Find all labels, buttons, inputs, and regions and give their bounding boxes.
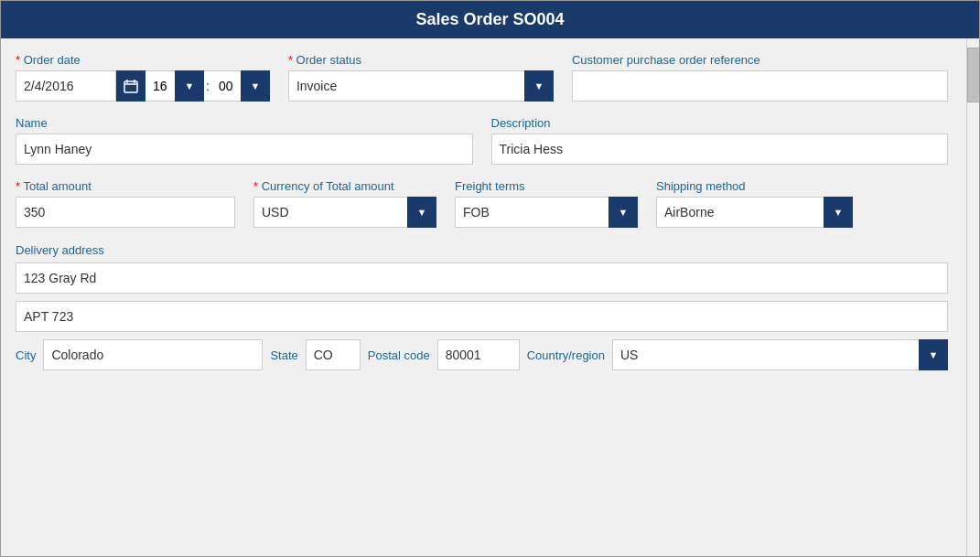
description-input[interactable] <box>491 134 949 165</box>
calendar-icon <box>124 79 138 93</box>
freight-group: Freight terms FOB CIF EXW DDP <box>455 179 638 228</box>
hour-wrapper: 16 <box>145 70 204 102</box>
delivery-label: Delivery address <box>16 243 104 257</box>
currency-label: Currency of Total amount <box>253 179 436 193</box>
postal-label: Postal code <box>368 348 430 362</box>
calendar-button[interactable] <box>116 70 145 102</box>
country-select-wrapper: US CA GB AU <box>612 339 948 370</box>
name-label: Name <box>16 116 473 130</box>
description-label: Description <box>491 116 949 130</box>
freight-select-wrapper: FOB CIF EXW DDP <box>455 197 638 228</box>
currency-select-wrapper: USD EUR GBP CAD <box>253 197 436 228</box>
time-colon: : <box>204 70 211 102</box>
scrollbar[interactable] <box>966 38 979 556</box>
country-select[interactable]: US CA GB AU <box>612 339 948 370</box>
row-order-date-status: Order date <box>16 53 948 102</box>
freight-select[interactable]: FOB CIF EXW DDP <box>455 197 638 228</box>
window-title: Sales Order SO004 <box>415 10 564 28</box>
country-label: Country/region <box>527 348 605 362</box>
city-input[interactable] <box>43 339 263 370</box>
city-state-row: City State Postal code Country/region US… <box>16 339 948 370</box>
address-line1-group <box>16 262 948 294</box>
name-input[interactable] <box>16 134 473 165</box>
shipping-label: Shipping method <box>656 179 853 193</box>
sales-order-window: Sales Order SO004 Order date <box>0 0 980 557</box>
customer-po-group: Customer purchase order reference <box>572 53 948 102</box>
svg-rect-0 <box>124 81 137 92</box>
order-status-select-wrapper: Invoice Draft Confirmed Cancelled <box>288 70 554 102</box>
freight-label: Freight terms <box>455 179 638 193</box>
row-amounts: Total amount Currency of Total amount US… <box>16 179 948 228</box>
row-name-description: Name Description <box>16 116 948 165</box>
city-label: City <box>16 348 36 362</box>
form-content: Order date <box>1 38 966 556</box>
order-date-input[interactable] <box>16 70 116 102</box>
currency-select[interactable]: USD EUR GBP CAD <box>253 197 436 228</box>
order-status-group: Order status Invoice Draft Confirmed Can… <box>288 53 554 102</box>
hour-select[interactable]: 16 <box>145 70 204 102</box>
total-amount-label: Total amount <box>16 179 235 193</box>
currency-group: Currency of Total amount USD EUR GBP CAD <box>253 179 436 228</box>
total-amount-input[interactable] <box>16 197 235 228</box>
order-date-label: Order date <box>16 53 270 67</box>
order-status-select[interactable]: Invoice Draft Confirmed Cancelled <box>288 70 554 102</box>
delivery-section: Delivery address City State Postal code … <box>16 242 948 370</box>
body-area: Order date <box>1 38 979 556</box>
name-group: Name <box>16 116 473 165</box>
minute-select[interactable]: 00 <box>211 70 270 102</box>
customer-po-label: Customer purchase order reference <box>572 53 948 67</box>
shipping-select-wrapper: AirBorne FedEx UPS DHL <box>656 197 853 228</box>
order-date-group: Order date <box>16 53 270 102</box>
address-line2-group <box>16 301 948 332</box>
address-line2-input[interactable] <box>16 301 948 332</box>
postal-input[interactable] <box>437 339 520 370</box>
total-amount-group: Total amount <box>16 179 235 228</box>
address-line1-input[interactable] <box>16 262 948 294</box>
customer-po-input[interactable] <box>572 70 948 102</box>
shipping-group: Shipping method AirBorne FedEx UPS DHL <box>656 179 853 228</box>
shipping-select[interactable]: AirBorne FedEx UPS DHL <box>656 197 853 228</box>
state-label: State <box>270 348 297 362</box>
order-status-label: Order status <box>288 53 554 67</box>
scrollbar-thumb[interactable] <box>967 48 979 102</box>
title-bar: Sales Order SO004 <box>1 1 979 38</box>
date-input-group: 16 : 00 <box>16 70 270 102</box>
state-input[interactable] <box>306 339 361 370</box>
minute-wrapper: 00 <box>211 70 270 102</box>
description-group: Description <box>491 116 949 165</box>
